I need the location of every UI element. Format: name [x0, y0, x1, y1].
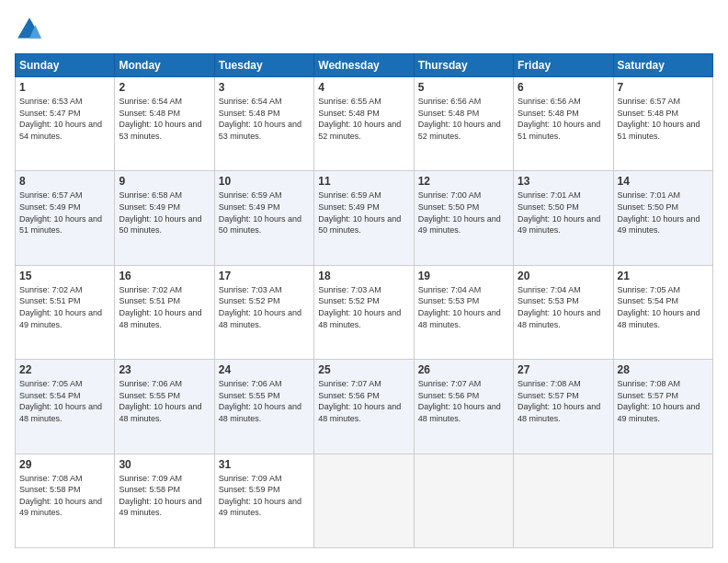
day-number: 25	[318, 363, 409, 376]
day-info: Sunrise: 7:07 AMSunset: 5:56 PMDaylight:…	[318, 378, 409, 424]
header	[15, 15, 713, 44]
day-number: 2	[119, 81, 210, 94]
day-info: Sunrise: 6:59 AMSunset: 5:49 PMDaylight:…	[318, 190, 409, 236]
day-number: 19	[418, 270, 509, 282]
day-number: 12	[418, 175, 509, 188]
day-of-week-header: Tuesday	[214, 54, 313, 77]
empty-cell	[613, 454, 712, 547]
day-info: Sunrise: 6:57 AMSunset: 5:49 PMDaylight:…	[19, 190, 110, 236]
day-info: Sunrise: 6:53 AMSunset: 5:47 PMDaylight:…	[19, 96, 110, 142]
day-number: 6	[518, 81, 609, 94]
day-cell: 24 Sunrise: 7:06 AMSunset: 5:55 PMDaylig…	[214, 360, 313, 454]
day-cell: 29 Sunrise: 7:08 AMSunset: 5:58 PMDaylig…	[16, 454, 115, 547]
day-number: 22	[19, 363, 110, 376]
calendar-header-row: SundayMondayTuesdayWednesdayThursdayFrid…	[16, 54, 713, 77]
calendar-week-row: 1 Sunrise: 6:53 AMSunset: 5:47 PMDayligh…	[16, 77, 713, 171]
day-cell: 19 Sunrise: 7:04 AMSunset: 5:53 PMDaylig…	[414, 265, 513, 359]
day-info: Sunrise: 7:01 AMSunset: 5:50 PMDaylight:…	[618, 190, 709, 236]
day-info: Sunrise: 6:57 AMSunset: 5:48 PMDaylight:…	[618, 96, 709, 142]
page: SundayMondayTuesdayWednesdayThursdayFrid…	[0, 0, 728, 563]
day-cell: 13 Sunrise: 7:01 AMSunset: 5:50 PMDaylig…	[514, 171, 613, 265]
day-number: 18	[318, 270, 409, 282]
day-info: Sunrise: 7:05 AMSunset: 5:54 PMDaylight:…	[618, 284, 709, 330]
day-cell: 3 Sunrise: 6:54 AMSunset: 5:48 PMDayligh…	[214, 77, 313, 171]
day-info: Sunrise: 7:04 AMSunset: 5:53 PMDaylight:…	[518, 284, 609, 330]
day-number: 14	[618, 175, 709, 188]
day-of-week-header: Saturday	[613, 54, 712, 77]
day-info: Sunrise: 6:58 AMSunset: 5:49 PMDaylight:…	[119, 190, 210, 236]
day-cell: 30 Sunrise: 7:09 AMSunset: 5:58 PMDaylig…	[115, 454, 214, 547]
day-info: Sunrise: 6:56 AMSunset: 5:48 PMDaylight:…	[418, 96, 509, 142]
empty-cell	[514, 454, 613, 547]
day-number: 31	[219, 458, 310, 471]
day-cell: 18 Sunrise: 7:03 AMSunset: 5:52 PMDaylig…	[314, 265, 414, 359]
day-of-week-header: Sunday	[16, 54, 115, 77]
day-info: Sunrise: 7:05 AMSunset: 5:54 PMDaylight:…	[19, 378, 110, 424]
day-cell: 14 Sunrise: 7:01 AMSunset: 5:50 PMDaylig…	[613, 171, 712, 265]
day-number: 10	[219, 175, 310, 188]
day-number: 21	[618, 270, 709, 282]
day-of-week-header: Monday	[115, 54, 214, 77]
day-cell: 11 Sunrise: 6:59 AMSunset: 5:49 PMDaylig…	[314, 171, 414, 265]
day-cell: 5 Sunrise: 6:56 AMSunset: 5:48 PMDayligh…	[414, 77, 513, 171]
day-number: 23	[119, 363, 210, 376]
day-info: Sunrise: 7:01 AMSunset: 5:50 PMDaylight:…	[518, 190, 609, 236]
logo	[15, 15, 48, 44]
day-cell: 28 Sunrise: 7:08 AMSunset: 5:57 PMDaylig…	[613, 360, 712, 454]
day-number: 26	[418, 363, 509, 376]
day-number: 29	[19, 458, 110, 471]
day-info: Sunrise: 7:08 AMSunset: 5:57 PMDaylight:…	[518, 378, 609, 424]
day-of-week-header: Friday	[514, 54, 613, 77]
day-info: Sunrise: 7:07 AMSunset: 5:56 PMDaylight:…	[418, 378, 509, 424]
day-number: 4	[318, 81, 409, 94]
day-number: 8	[19, 175, 110, 188]
day-cell: 23 Sunrise: 7:06 AMSunset: 5:55 PMDaylig…	[115, 360, 214, 454]
day-number: 3	[219, 81, 310, 94]
day-info: Sunrise: 7:02 AMSunset: 5:51 PMDaylight:…	[119, 284, 210, 330]
calendar-week-row: 22 Sunrise: 7:05 AMSunset: 5:54 PMDaylig…	[16, 360, 713, 454]
day-info: Sunrise: 6:56 AMSunset: 5:48 PMDaylight:…	[518, 96, 609, 142]
day-cell: 4 Sunrise: 6:55 AMSunset: 5:48 PMDayligh…	[314, 77, 414, 171]
day-number: 9	[119, 175, 210, 188]
day-number: 15	[19, 270, 110, 282]
day-cell: 12 Sunrise: 7:00 AMSunset: 5:50 PMDaylig…	[414, 171, 513, 265]
day-number: 16	[119, 270, 210, 282]
day-info: Sunrise: 6:54 AMSunset: 5:48 PMDaylight:…	[219, 96, 310, 142]
day-cell: 17 Sunrise: 7:03 AMSunset: 5:52 PMDaylig…	[214, 265, 313, 359]
day-info: Sunrise: 6:54 AMSunset: 5:48 PMDaylight:…	[119, 96, 210, 142]
day-cell: 27 Sunrise: 7:08 AMSunset: 5:57 PMDaylig…	[514, 360, 613, 454]
calendar-week-row: 8 Sunrise: 6:57 AMSunset: 5:49 PMDayligh…	[16, 171, 713, 265]
day-number: 28	[618, 363, 709, 376]
day-info: Sunrise: 7:08 AMSunset: 5:58 PMDaylight:…	[19, 473, 110, 519]
day-number: 1	[19, 81, 110, 94]
empty-cell	[414, 454, 513, 547]
day-number: 7	[618, 81, 709, 94]
day-info: Sunrise: 7:09 AMSunset: 5:59 PMDaylight:…	[219, 473, 310, 519]
day-number: 30	[119, 458, 210, 471]
day-cell: 8 Sunrise: 6:57 AMSunset: 5:49 PMDayligh…	[16, 171, 115, 265]
day-cell: 1 Sunrise: 6:53 AMSunset: 5:47 PMDayligh…	[16, 77, 115, 171]
day-info: Sunrise: 7:03 AMSunset: 5:52 PMDaylight:…	[318, 284, 409, 330]
calendar-week-row: 29 Sunrise: 7:08 AMSunset: 5:58 PMDaylig…	[16, 454, 713, 547]
day-info: Sunrise: 7:06 AMSunset: 5:55 PMDaylight:…	[219, 378, 310, 424]
day-of-week-header: Thursday	[414, 54, 513, 77]
day-number: 27	[518, 363, 609, 376]
day-cell: 20 Sunrise: 7:04 AMSunset: 5:53 PMDaylig…	[514, 265, 613, 359]
day-cell: 6 Sunrise: 6:56 AMSunset: 5:48 PMDayligh…	[514, 77, 613, 171]
day-number: 5	[418, 81, 509, 94]
calendar: SundayMondayTuesdayWednesdayThursdayFrid…	[15, 53, 713, 548]
day-cell: 2 Sunrise: 6:54 AMSunset: 5:48 PMDayligh…	[115, 77, 214, 171]
day-of-week-header: Wednesday	[314, 54, 414, 77]
day-number: 20	[518, 270, 609, 282]
day-info: Sunrise: 7:03 AMSunset: 5:52 PMDaylight:…	[219, 284, 310, 330]
empty-cell	[314, 454, 414, 547]
day-cell: 26 Sunrise: 7:07 AMSunset: 5:56 PMDaylig…	[414, 360, 513, 454]
day-number: 17	[219, 270, 310, 282]
day-cell: 31 Sunrise: 7:09 AMSunset: 5:59 PMDaylig…	[214, 454, 313, 547]
day-cell: 22 Sunrise: 7:05 AMSunset: 5:54 PMDaylig…	[16, 360, 115, 454]
day-cell: 21 Sunrise: 7:05 AMSunset: 5:54 PMDaylig…	[613, 265, 712, 359]
day-info: Sunrise: 7:06 AMSunset: 5:55 PMDaylight:…	[119, 378, 210, 424]
day-number: 24	[219, 363, 310, 376]
day-cell: 15 Sunrise: 7:02 AMSunset: 5:51 PMDaylig…	[16, 265, 115, 359]
day-info: Sunrise: 7:02 AMSunset: 5:51 PMDaylight:…	[19, 284, 110, 330]
